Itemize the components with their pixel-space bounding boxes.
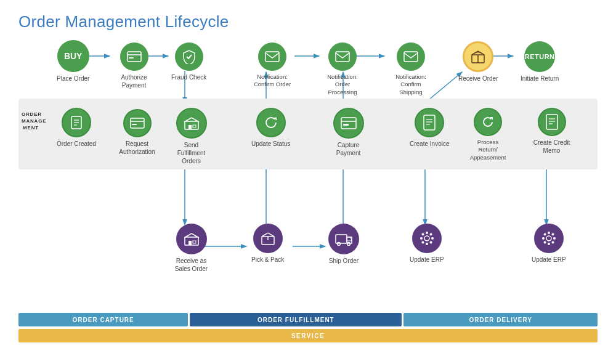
svg-point-76 xyxy=(543,233,546,236)
notif-confirm-circle xyxy=(258,42,286,71)
phase-top-row: ORDER CAPTURE ORDER FULFILLMENT ORDER DE… xyxy=(18,313,598,326)
send-fulfillment-label: Send Fulfillment Orders xyxy=(171,141,211,165)
node-update-status: Update Status xyxy=(251,108,290,148)
notif-shipping-label: Notification: Confirm Shipping xyxy=(389,73,433,96)
svg-point-74 xyxy=(542,237,545,240)
update-erp2-circle xyxy=(534,224,564,253)
svg-point-77 xyxy=(551,241,554,244)
node-create-credit: Create Credit Memo xyxy=(532,108,572,155)
send-fulfillment-circle xyxy=(176,108,207,139)
buy-icon: BUY xyxy=(64,51,83,61)
refresh-icon xyxy=(264,115,278,130)
shield-check-icon xyxy=(182,49,196,64)
authorize-payment-circle xyxy=(120,42,148,71)
request-auth-circle xyxy=(123,109,152,137)
node-create-invoice: Create Invoice xyxy=(410,108,449,148)
svg-rect-28 xyxy=(404,52,418,62)
node-receive-order: Receive Order xyxy=(458,41,498,83)
diagram-area: ORDERMANAGEMENT BUY Place Order Authoriz… xyxy=(18,40,598,355)
node-process-return: Process Return/ Appeasement xyxy=(467,108,509,161)
notif-confirm-label: Notification: Confirm Order xyxy=(251,73,293,89)
create-invoice-label: Create Invoice xyxy=(410,140,449,148)
process-return-label: Process Return/ Appeasement xyxy=(467,139,509,161)
mail3-icon xyxy=(403,51,418,62)
svg-rect-55 xyxy=(193,241,196,243)
node-order-created: Order Created xyxy=(57,108,96,148)
fraud-check-circle xyxy=(175,42,203,71)
phase-fulfillment-label: ORDER FULFILLMENT xyxy=(257,317,334,323)
svg-rect-38 xyxy=(132,124,137,125)
erp-icon xyxy=(419,230,435,246)
svg-rect-45 xyxy=(424,115,435,130)
svg-rect-41 xyxy=(193,125,196,127)
capture-payment-label: Capture Payment xyxy=(328,141,368,157)
warehouse-icon xyxy=(184,116,200,130)
order-management-bg xyxy=(18,99,598,169)
return-icon: RETURN xyxy=(525,53,555,60)
initiate-return-label: Initiate Return xyxy=(521,75,559,83)
place-order-circle: BUY xyxy=(57,40,89,72)
notif-processing-circle xyxy=(328,42,357,71)
page-title: Order Management Lifecycle xyxy=(18,12,598,31)
svg-point-73 xyxy=(548,243,550,245)
svg-point-75 xyxy=(553,237,556,240)
node-initiate-return: RETURN Initiate Return xyxy=(521,41,559,83)
svg-rect-36 xyxy=(131,118,144,128)
receive-sales-circle xyxy=(176,224,207,254)
svg-point-67 xyxy=(421,233,424,236)
node-notif-confirm: Notification: Confirm Order xyxy=(251,42,293,89)
mail-icon xyxy=(265,51,280,62)
svg-point-62 xyxy=(424,236,429,241)
notif-processing-label: Notification: Order Processing xyxy=(320,73,365,96)
svg-point-61 xyxy=(347,243,351,246)
node-authorize-payment: Authorize Payment xyxy=(114,42,154,89)
node-notif-shipping: Notification: Confirm Shipping xyxy=(389,42,433,96)
service-bar-label: SERVICE xyxy=(291,333,325,339)
truck-icon xyxy=(335,232,352,246)
phase-bars-container: ORDER CAPTURE ORDER FULFILLMENT ORDER DE… xyxy=(18,313,598,342)
svg-point-63 xyxy=(426,232,428,234)
node-update-erp2: Update ERP xyxy=(532,224,566,264)
authorize-payment-label: Authorize Payment xyxy=(114,73,154,89)
ship-order-circle xyxy=(328,224,359,254)
create-credit-label: Create Credit Memo xyxy=(532,139,572,155)
process-return-circle xyxy=(474,108,502,136)
node-update-erp1: Update ERP xyxy=(410,224,444,264)
svg-point-69 xyxy=(429,233,432,236)
box-icon xyxy=(470,49,486,65)
capture-payment-circle xyxy=(333,108,364,139)
update-status-label: Update Status xyxy=(251,140,290,148)
svg-rect-54 xyxy=(188,241,192,245)
svg-point-68 xyxy=(429,241,432,244)
doc-icon xyxy=(69,115,84,130)
svg-point-65 xyxy=(420,237,423,240)
pick-pack-circle xyxy=(253,224,283,253)
node-place-order: BUY Place Order xyxy=(57,40,89,83)
phase-fulfillment-bar: ORDER FULFILLMENT xyxy=(190,313,402,326)
update-erp1-label: Update ERP xyxy=(410,256,444,264)
phase-delivery-bar: ORDER DELIVERY xyxy=(403,313,598,326)
phase-capture-bar: ORDER CAPTURE xyxy=(18,313,188,326)
order-created-circle xyxy=(62,108,91,137)
service-bar: SERVICE xyxy=(18,329,598,342)
warehouse2-icon xyxy=(184,232,200,246)
svg-point-71 xyxy=(546,236,551,241)
svg-point-70 xyxy=(421,241,424,244)
pick-pack-label: Pick & Pack xyxy=(251,256,284,264)
mail2-icon xyxy=(335,51,350,62)
erp2-icon xyxy=(541,230,557,246)
node-fraud-check: Fraud Check xyxy=(171,42,206,81)
svg-point-60 xyxy=(338,243,341,246)
svg-rect-27 xyxy=(336,52,349,62)
box2-icon xyxy=(260,230,276,246)
node-send-fulfillment: Send Fulfillment Orders xyxy=(171,108,211,165)
svg-point-72 xyxy=(548,232,550,234)
svg-rect-26 xyxy=(265,52,279,62)
update-status-circle xyxy=(256,108,286,137)
svg-rect-58 xyxy=(336,235,347,243)
order-created-label: Order Created xyxy=(57,140,96,148)
invoice-icon xyxy=(423,115,436,131)
svg-point-79 xyxy=(543,241,546,244)
node-notif-processing: Notification: Order Processing xyxy=(320,42,365,96)
place-order-label: Place Order xyxy=(57,75,89,83)
